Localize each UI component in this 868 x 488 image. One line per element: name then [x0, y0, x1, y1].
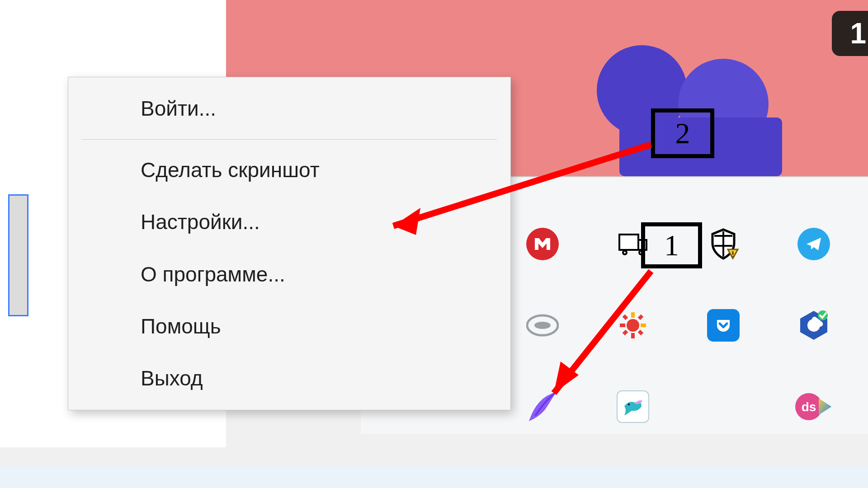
tray-icon-ds[interactable]: ds: [769, 366, 859, 447]
svg-rect-16: [631, 333, 635, 338]
tray-icon-eset[interactable]: [497, 285, 588, 366]
date-tag-text: 1: [850, 17, 866, 50]
tray-icon-feather[interactable]: [497, 366, 588, 447]
menu-item-label: О программе...: [141, 263, 285, 286]
menu-item-settings[interactable]: Настройки...: [68, 196, 510, 248]
svg-point-29: [628, 404, 630, 405]
menu-item-about[interactable]: О программе...: [68, 249, 510, 300]
menu-item-help[interactable]: Помощь: [68, 300, 510, 352]
menu-item-label: Выход: [141, 366, 203, 390]
menu-item-login[interactable]: Войти...: [68, 83, 510, 135]
menu-item-label: Войти...: [141, 97, 216, 120]
annotation-marker-2: 2: [651, 108, 714, 158]
svg-rect-20: [638, 330, 644, 336]
svg-rect-10: [732, 251, 734, 255]
menu-separator: [82, 139, 497, 140]
menu-item-screenshot[interactable]: Сделать скриншот: [68, 144, 510, 196]
defender-shield-icon: [707, 228, 740, 260]
annotation-marker-1: 1: [641, 222, 702, 268]
menu-item-label: Помощь: [141, 314, 221, 338]
tray-icon-pocket[interactable]: [678, 285, 769, 366]
tray-icon-colibri[interactable]: [588, 366, 678, 447]
selection-outline: [8, 194, 28, 316]
ds-play-icon: ds: [795, 390, 832, 423]
svg-rect-19: [623, 314, 628, 320]
telegram-icon: [797, 228, 830, 260]
svg-rect-23: [631, 312, 635, 318]
menu-item-label: Настройки...: [141, 210, 260, 234]
tray-context-menu: Войти... Сделать скриншот Настройки... О…: [68, 77, 511, 410]
tray-icon-telegram[interactable]: [769, 203, 859, 285]
colibri-icon: [617, 390, 649, 423]
pocket-icon: [707, 309, 740, 342]
svg-rect-21: [638, 314, 644, 320]
svg-point-14: [627, 319, 639, 332]
hex-ring-icon: [797, 309, 830, 342]
annotation-number: 2: [675, 116, 690, 150]
menu-item-label: Сделать скриншот: [141, 158, 320, 182]
annotation-number: 1: [664, 228, 679, 263]
gear-icon: [619, 311, 647, 339]
date-tag: 1: [832, 11, 868, 56]
color-tiles-icon: [708, 391, 739, 422]
svg-rect-24: [641, 324, 646, 327]
tray-icon-mega[interactable]: [497, 203, 588, 285]
svg-rect-11: [732, 256, 734, 258]
svg-rect-17: [620, 324, 625, 327]
svg-rect-22: [623, 330, 628, 336]
svg-text:ds: ds: [802, 400, 816, 414]
svg-point-7: [624, 252, 626, 253]
tray-icon-tiles[interactable]: [678, 366, 769, 447]
tray-icon-hexring[interactable]: [769, 285, 859, 366]
feather-icon: [524, 389, 561, 425]
tray-icon-gear[interactable]: [588, 285, 678, 366]
menu-item-exit[interactable]: Выход: [68, 352, 510, 404]
mega-icon: [526, 228, 559, 260]
svg-rect-4: [619, 235, 638, 250]
eset-icon: [526, 314, 559, 337]
svg-point-13: [534, 322, 551, 329]
bottom-strip: [0, 465, 868, 488]
